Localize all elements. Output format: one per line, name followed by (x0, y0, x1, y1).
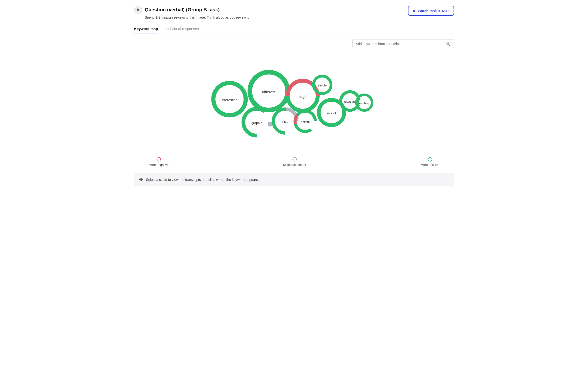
hint-text: Select a circle to view the transcripts … (146, 178, 259, 182)
page-header: 9 Question (verbal) (Group B task) Spend… (134, 6, 454, 19)
bubble-different[interactable]: different (250, 72, 288, 110)
svg-text:huge: huge (299, 95, 306, 99)
task-subtitle: Spend 1-2 minutes reviewing this image. … (145, 15, 250, 19)
svg-text:different: different (262, 90, 275, 94)
negative-dot (157, 157, 161, 162)
svg-text:simple: simple (318, 84, 326, 87)
search-input[interactable] (356, 42, 446, 46)
svg-text:interesting: interesting (221, 98, 237, 102)
legend-positive: More positive (420, 157, 439, 167)
search-bar-container[interactable]: 🔍 (352, 39, 454, 48)
legend-negative: More negative (149, 157, 169, 167)
cursor-icon: ✤ (139, 177, 143, 183)
bubble-helpful[interactable]: helpful (295, 111, 315, 132)
tab-keyword-map[interactable]: Keyword map (134, 24, 158, 33)
svg-text:helpful: helpful (301, 120, 309, 124)
bubble-simple[interactable]: simple (314, 76, 331, 93)
svg-text:soothing: soothing (359, 102, 369, 105)
watch-task-button[interactable]: ▶ Watch task 9 4:39 (408, 6, 454, 16)
svg-text:nice: nice (282, 120, 288, 123)
svg-text:graphic: graphic (251, 121, 262, 125)
hint-bar: ✤ Select a circle to view the transcript… (134, 173, 454, 186)
svg-text:pleasant: pleasant (344, 100, 356, 103)
watch-button-label: Watch task 9 (418, 9, 440, 13)
negative-label: More negative (149, 163, 169, 167)
positive-dot (428, 157, 432, 162)
legend-mixed: Mixed sentiment (283, 157, 306, 167)
task-title-row: 9 Question (verbal) (Group B task) (134, 6, 250, 14)
watch-duration: 4:39 (442, 9, 449, 13)
play-icon: ▶ (413, 9, 416, 13)
keyword-bubble-chart: interesting different graphic (134, 53, 454, 150)
bubble-graphic[interactable]: graphic (243, 109, 270, 135)
sentiment-legend: More negative Mixed sentiment More posit… (134, 150, 454, 169)
bubble-chart-area: interesting different graphic (134, 53, 454, 150)
task-title: Question (verbal) (Group B task) (145, 7, 220, 13)
search-icon: 🔍 (446, 41, 450, 46)
positive-label: More positive (420, 163, 439, 167)
search-bar-row: 🔍 (134, 39, 454, 48)
svg-text:useful: useful (327, 111, 336, 115)
header-left: 9 Question (verbal) (Group B task) Spend… (134, 6, 250, 19)
mixed-label: Mixed sentiment (283, 163, 306, 167)
task-number-badge: 9 (134, 6, 142, 14)
tabs-bar: Keyword map Individual responses (134, 24, 454, 33)
mixed-dot (293, 157, 297, 162)
bubble-interesting[interactable]: interesting (213, 83, 245, 115)
tab-individual-responses[interactable]: Individual responses (166, 24, 199, 33)
